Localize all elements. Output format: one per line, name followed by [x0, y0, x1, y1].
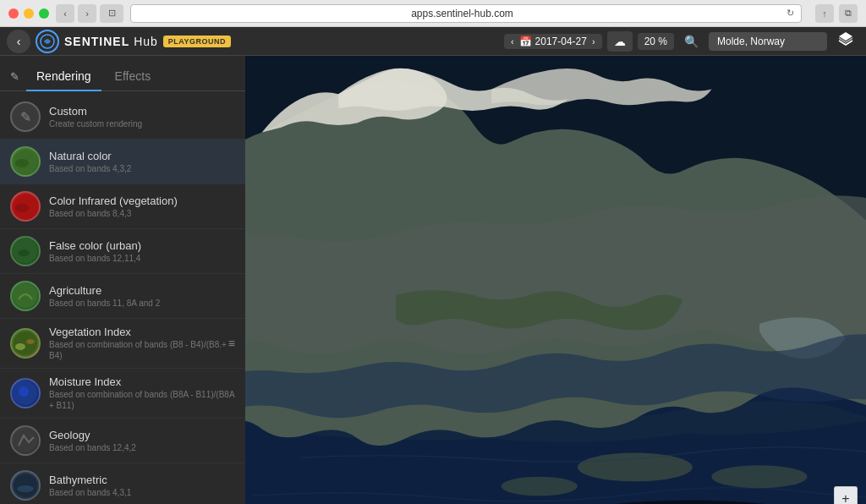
address-bar[interactable]: apps.sentinel-hub.com ↻	[130, 4, 802, 23]
render-name-moisture-index: Moisture Index	[49, 375, 235, 388]
layers-button[interactable]	[832, 27, 859, 55]
minimize-button[interactable]	[24, 8, 34, 19]
calendar-icon: 📅	[519, 36, 532, 47]
browser-window-button[interactable]: ⊡	[100, 4, 123, 23]
render-name-natural-color: Natural color	[49, 150, 235, 162]
browser-actions: ↑ ⧉	[815, 4, 858, 23]
render-desc-moisture-index: Based on combination of bands (B8A - B11…	[49, 389, 235, 411]
logo-area: SENTINEL Hub PLAYGROUND	[36, 30, 231, 53]
refresh-icon[interactable]: ↻	[787, 8, 794, 19]
svg-point-9	[14, 331, 37, 355]
render-info-agriculture: Agriculture Based on bands 11, 8A and 2	[49, 284, 235, 309]
render-info-custom: Custom Create custom rendering	[49, 105, 235, 129]
main-content: ✎ Rendering Effects ✎ Custom Create cust…	[0, 56, 866, 504]
sidebar-tabs: ✎ Rendering Effects	[0, 56, 245, 91]
render-item-custom[interactable]: ✎ Custom Create custom rendering	[0, 95, 245, 140]
render-desc-vegetation-index: Based on combination of bands (B8 - B4)/…	[49, 339, 235, 361]
svg-point-22	[502, 477, 578, 496]
browser-back-button[interactable]: ‹	[56, 4, 74, 23]
logo-icon	[36, 30, 59, 53]
share-button[interactable]: ↑	[815, 4, 834, 23]
map-svg	[245, 56, 866, 504]
svg-point-15	[14, 429, 37, 452]
render-item-color-infrared[interactable]: Color Infrared (vegetation) Based on ban…	[0, 184, 245, 229]
rendering-list: ✎ Custom Create custom rendering	[0, 91, 245, 504]
cloud-filter-button[interactable]: ☁	[607, 31, 633, 52]
traffic-lights	[8, 8, 49, 19]
render-thumb-color-infrared	[10, 191, 41, 222]
render-name-agriculture: Agriculture	[49, 284, 235, 297]
render-desc-false-color: Based on bands 12,11,4	[49, 253, 235, 264]
render-info-false-color: False color (urban) Based on bands 12,11…	[49, 239, 235, 264]
zoom-in-button[interactable]: +	[834, 486, 858, 504]
render-desc-agriculture: Based on bands 11, 8A and 2	[49, 298, 235, 309]
render-thumb-custom: ✎	[10, 101, 41, 132]
render-desc-color-infrared: Based on bands 8,4,3	[49, 208, 235, 219]
svg-point-2	[15, 159, 29, 167]
logo-text: SENTINEL Hub	[64, 35, 158, 48]
render-info-moisture-index: Moisture Index Based on combination of b…	[49, 375, 235, 411]
render-name-color-infrared: Color Infrared (vegetation)	[49, 194, 235, 207]
browser-nav: ‹ › ⊡	[56, 4, 123, 23]
render-thumb-agriculture	[10, 281, 41, 311]
top-toolbar: ‹ SENTINEL Hub PLAYGROUND ‹ 📅 2017-04-27…	[0, 27, 866, 56]
render-thumb-vegetation-index	[10, 328, 41, 359]
render-name-custom: Custom	[49, 105, 235, 118]
render-name-false-color: False color (urban)	[49, 239, 235, 252]
render-info-natural-color: Natural color Based on bands 4,3,2	[49, 150, 235, 174]
svg-point-5	[15, 204, 29, 212]
svg-point-10	[15, 343, 25, 350]
close-button[interactable]	[8, 8, 19, 19]
svg-point-8	[14, 284, 37, 308]
tab-rendering[interactable]: Rendering	[26, 63, 101, 91]
app-container: ‹ SENTINEL Hub PLAYGROUND ‹ 📅 2017-04-27…	[0, 27, 866, 504]
date-display: 2017-04-27	[535, 36, 587, 47]
render-item-natural-color[interactable]: Natural color Based on bands 4,3,2	[0, 140, 245, 184]
render-thumb-false-color	[10, 236, 41, 266]
render-desc-bathymetric: Based on bands 4,3,1	[49, 487, 235, 498]
render-item-vegetation-index[interactable]: Vegetation Index Based on combination of…	[0, 319, 245, 369]
pencil-icon: ✎	[10, 70, 19, 83]
new-tab-button[interactable]: ⧉	[839, 4, 858, 23]
render-desc-custom: Create custom rendering	[49, 118, 235, 129]
browser-chrome: ‹ › ⊡ apps.sentinel-hub.com ↻ ↑ ⧉	[0, 0, 866, 27]
opacity-control: 20 %	[638, 33, 674, 50]
render-item-agriculture[interactable]: Agriculture Based on bands 11, 8A and 2	[0, 274, 245, 319]
render-info-color-infrared: Color Infrared (vegetation) Based on ban…	[49, 194, 235, 219]
svg-point-21	[578, 452, 693, 481]
maximize-button[interactable]	[39, 8, 49, 19]
menu-icon[interactable]: ≡	[228, 337, 235, 350]
opacity-value: 20 %	[644, 36, 667, 47]
url-display: apps.sentinel-hub.com	[138, 8, 787, 19]
render-name-geology: Geology	[49, 429, 235, 441]
location-input[interactable]	[709, 32, 827, 51]
render-item-false-color[interactable]: False color (urban) Based on bands 12,11…	[0, 229, 245, 274]
svg-point-17	[17, 485, 34, 492]
render-desc-natural-color: Based on bands 4,3,2	[49, 163, 235, 174]
sidebar: ✎ Rendering Effects ✎ Custom Create cust…	[0, 56, 245, 504]
render-name-bathymetric: Bathymetric	[49, 474, 235, 486]
svg-point-23	[711, 465, 807, 488]
date-prev-button[interactable]: ‹	[509, 36, 516, 47]
map-area[interactable]: + − 1 km About Sentinel Hub Leaflet | Op…	[245, 56, 866, 504]
app-back-button[interactable]: ‹	[7, 30, 30, 53]
render-thumb-geology	[10, 425, 41, 456]
render-thumb-moisture-index	[10, 378, 41, 408]
tab-effects[interactable]: Effects	[105, 63, 162, 91]
svg-point-14	[19, 386, 29, 397]
playground-badge: PLAYGROUND	[163, 36, 231, 47]
render-name-vegetation-index: Vegetation Index	[49, 326, 235, 338]
render-item-bathymetric[interactable]: Bathymetric Based on bands 4,3,1	[0, 463, 245, 504]
zoom-controls: + −	[834, 486, 858, 504]
render-desc-geology: Based on bands 12,4,2	[49, 442, 235, 453]
browser-forward-button[interactable]: ›	[78, 4, 96, 23]
search-button[interactable]: 🔍	[679, 31, 704, 52]
render-thumb-bathymetric	[10, 470, 41, 501]
render-item-moisture-index[interactable]: Moisture Index Based on combination of b…	[0, 369, 245, 419]
render-info-vegetation-index: Vegetation Index Based on combination of…	[49, 326, 235, 361]
date-next-button[interactable]: ›	[590, 36, 597, 47]
render-thumb-natural-color	[10, 146, 41, 177]
svg-point-11	[26, 339, 35, 344]
render-info-geology: Geology Based on bands 12,4,2	[49, 429, 235, 453]
render-item-geology[interactable]: Geology Based on bands 12,4,2	[0, 419, 245, 463]
